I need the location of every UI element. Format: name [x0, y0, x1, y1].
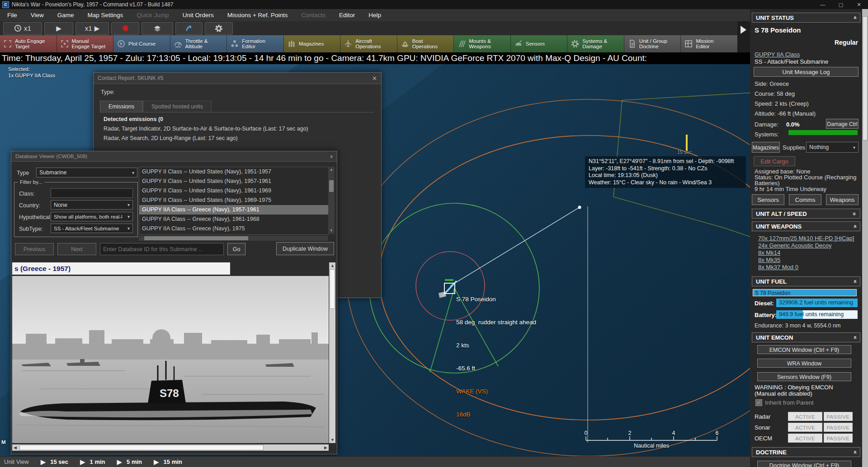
maximize-button[interactable]: ▢	[832, 0, 850, 9]
list-h-scrollbar[interactable]	[139, 236, 328, 241]
boat-operations-button[interactable]: BoatOperations	[397, 35, 454, 52]
sensors-window-button[interactable]: Sensors Window (F9)	[757, 372, 851, 381]
weapon-link[interactable]: 8x Mk37 Mod 0	[758, 264, 798, 271]
list-item[interactable]: GUPPY II Class -- United States (Navy), …	[139, 196, 328, 205]
database-id-input[interactable]	[100, 243, 224, 255]
time-compression-button[interactable]: x1	[3, 22, 42, 35]
unit-emcon-header[interactable]: UNIT EMCON»	[752, 332, 860, 342]
step-play-button[interactable]: x1 ▶	[75, 22, 109, 35]
magazines-button[interactable]: Magazines	[752, 142, 780, 153]
manual-engage-target-button[interactable]: ManualEngage Target	[57, 35, 114, 52]
mission-editor-button[interactable]: MissionEditor	[681, 35, 737, 52]
sensors-button[interactable]: Sensors	[511, 35, 568, 52]
class-filter-input[interactable]	[51, 188, 133, 198]
list-item[interactable]: GUPPY II Class -- United States (Navy), …	[139, 186, 328, 196]
scrollbar-thumb[interactable]	[330, 269, 335, 309]
mounts-weapons-button[interactable]: Mounts &Weapons	[454, 35, 511, 52]
speed-1min-button[interactable]: 1 min	[90, 458, 105, 465]
database-viewer-title-bar[interactable]: Database Viewer (CWDB_508) x	[11, 151, 337, 162]
settings-button[interactable]	[205, 22, 233, 35]
formation-editor-button[interactable]: FormationEditor	[227, 35, 284, 52]
unit-icon[interactable]	[444, 283, 455, 294]
radar-passive-button[interactable]: PASSIVE	[824, 412, 853, 421]
scroll-down-icon[interactable]: ▼	[330, 437, 335, 443]
go-button[interactable]: Go	[227, 243, 245, 255]
class-link[interactable]: GUPPY IIA Class	[755, 51, 800, 58]
unit-weapons-header[interactable]: UNIT WEAPONS»	[752, 221, 860, 231]
scrollbar-thumb[interactable]	[329, 180, 334, 192]
view-mode-button[interactable]: Unit View	[4, 458, 29, 465]
subtype-select[interactable]: SS - Attack/Fleet Submarine▾	[51, 224, 133, 233]
map-projection-button[interactable]	[142, 22, 173, 35]
unit-status-header[interactable]: UNIT STATUS»	[752, 13, 860, 23]
damage-ctrl-button[interactable]: Damage Ctrl	[826, 119, 859, 129]
list-item[interactable]: GUPPY IIA Class -- Greece (Navy), 1975	[139, 224, 328, 234]
scrollbar-thumb[interactable]	[19, 445, 264, 450]
unit-alt-speed-header[interactable]: UNIT ALT / SPEED»	[752, 209, 860, 219]
sonar-active-button[interactable]: ACTIVE	[788, 423, 822, 432]
speed-15min-button[interactable]: 15 min	[164, 458, 182, 465]
unit-message-log-button[interactable]: Unit Message Log	[754, 67, 859, 77]
photo-h-scrollbar[interactable]: ◀ ▶	[12, 444, 329, 451]
scroll-up-icon[interactable]: ▲	[330, 262, 335, 269]
list-scrollbar[interactable]: ▲ ▼	[328, 167, 335, 234]
list-item-selected[interactable]: GUPPY IIA Class -- Greece (Navy), 1957-1…	[139, 205, 328, 215]
menu-item-unit-orders[interactable]: Unit Orders	[183, 12, 214, 19]
list-item[interactable]: GUPPY II Class -- United States (Navy), …	[139, 177, 328, 186]
type-select[interactable]: Submarine▾	[36, 168, 137, 177]
close-icon[interactable]: x	[330, 154, 333, 159]
unit-group-doctrine-button[interactable]: Unit / GroupDoctrine	[624, 35, 681, 52]
jump-to-button[interactable]	[175, 22, 203, 35]
menu-item-editor[interactable]: Editor	[339, 12, 355, 19]
scroll-right-icon[interactable]: ▶	[324, 444, 327, 451]
hypothetical-select[interactable]: Show all platforms, both real-l▾	[51, 212, 133, 221]
close-icon[interactable]: ✕	[372, 75, 377, 82]
sonar-passive-button[interactable]: PASSIVE	[824, 423, 853, 432]
record-button[interactable]	[111, 22, 139, 35]
sidebar-scrollbar[interactable]	[862, 9, 868, 467]
photo-v-scrollbar[interactable]: ▲ ▼	[329, 262, 335, 443]
doctrine-header[interactable]: DOCTRINE»	[752, 447, 860, 457]
sensors-button[interactable]: Sensors	[752, 194, 784, 205]
throttle-altitude-button[interactable]: Throttle &Altitude	[170, 35, 227, 52]
doctrine-window-button[interactable]: Doctrine Window (Ctrl + F9)	[757, 461, 851, 467]
scrollbar-thumb[interactable]	[863, 16, 868, 140]
weapon-link[interactable]: 70x 127mm/25 Mk10 HE-PD [HiCap]	[758, 235, 854, 242]
play-button[interactable]: ▶	[44, 22, 73, 35]
radar-active-button[interactable]: ACTIVE	[788, 412, 822, 421]
wra-window-button[interactable]: WRA Window	[757, 359, 851, 368]
oecm-active-button[interactable]: ACTIVE	[788, 434, 822, 443]
menu-item-map-settings[interactable]: Map Settings	[88, 12, 123, 19]
oecm-passive-button[interactable]: PASSIVE	[824, 434, 853, 443]
sidebar-expand-icon[interactable]	[741, 26, 746, 34]
plot-course-button[interactable]: Plot Course	[113, 35, 170, 52]
auto-engage-target-button[interactable]: Auto EngageTarget	[0, 35, 57, 52]
supplies-select[interactable]: Nothing▾	[806, 142, 859, 153]
tab-spotted-hosted-units[interactable]: Spotted hosted units	[143, 101, 212, 112]
country-select[interactable]: None▾	[51, 200, 133, 210]
emission-row[interactable]: Radar, Air Search, 2D Long-Range (Last: …	[104, 135, 238, 141]
weapon-link[interactable]: 8x Mk14	[758, 249, 780, 256]
weapon-link[interactable]: 8x Mk35	[758, 257, 780, 263]
scroll-left-icon[interactable]: ◀	[14, 444, 17, 451]
fuel-unit-row[interactable]: S 78 Poseidon	[753, 289, 857, 296]
tab-emissions[interactable]: Emissions	[100, 101, 143, 112]
close-button[interactable]: ✕	[850, 0, 868, 9]
contact-report-title-bar[interactable]: Contact Report: SKUNK #5 ✕	[94, 73, 381, 84]
menu-item-missions[interactable]: Missions + Ref. Points	[227, 12, 288, 19]
menu-item-help[interactable]: Help	[368, 12, 381, 19]
minimize-button[interactable]: —	[814, 0, 832, 9]
comms-button[interactable]: Comms	[789, 194, 821, 205]
magazines-button[interactable]: Magazines	[284, 35, 341, 52]
menu-item-file[interactable]: File	[7, 12, 17, 19]
unit-fuel-header[interactable]: UNIT FUEL»	[752, 276, 860, 286]
scrollbar-thumb[interactable]	[144, 236, 248, 240]
weapon-link[interactable]: 24x Generic Acoustic Decoy	[758, 242, 832, 249]
speed-15sec-button[interactable]: 15 sec	[50, 458, 68, 465]
scroll-up-icon[interactable]: ▲	[328, 167, 335, 173]
menu-item-view[interactable]: View	[31, 12, 44, 19]
list-item[interactable]: GUPPY II Class -- United States (Navy), …	[139, 167, 328, 177]
menu-item-game[interactable]: Game	[57, 12, 74, 19]
aircraft-operations-button[interactable]: AircraftOperations	[340, 35, 397, 52]
list-item[interactable]: GUPPY IIA Class -- Greece (Navy), 1961-1…	[139, 215, 328, 224]
